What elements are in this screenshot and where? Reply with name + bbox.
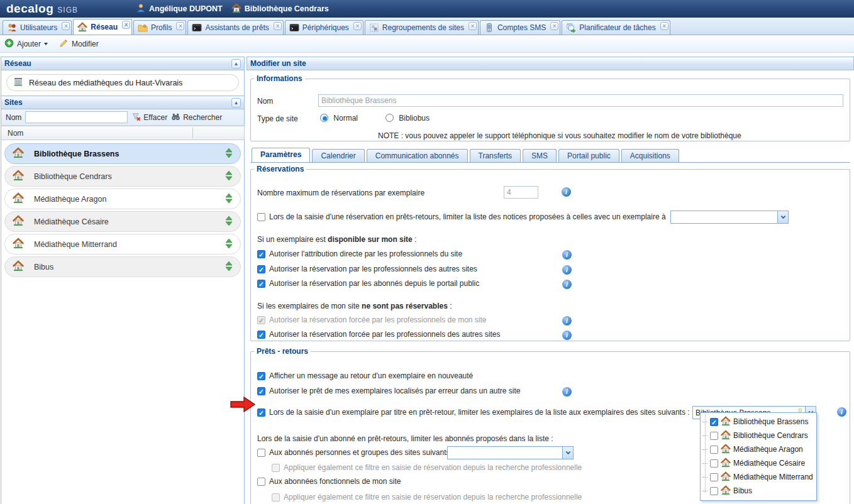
settings-tab-transferts[interactable]: Transferts bbox=[470, 149, 521, 162]
site-row-me-diathe-que-mitterrand[interactable]: Médiathèque Mitterrand bbox=[4, 234, 241, 255]
message-nouveaute-checkbox[interactable] bbox=[257, 372, 265, 380]
add-button[interactable]: Ajouter bbox=[4, 38, 48, 50]
site-row-label: Médiathèque Mitterrand bbox=[34, 240, 117, 249]
sites-dropdown-list: Bibliothèque BrassensBibliothèque Cendra… bbox=[700, 412, 817, 501]
tab-utilisateurs[interactable]: Utilisateurs× bbox=[3, 20, 72, 35]
radio-bibliobus-control[interactable] bbox=[385, 114, 394, 122]
max-reservations-field[interactable] bbox=[504, 186, 538, 199]
settings-tab-sms[interactable]: SMS bbox=[523, 149, 557, 162]
close-icon[interactable]: × bbox=[353, 22, 362, 30]
sort-arrows-icon[interactable] bbox=[225, 193, 233, 205]
group-icon bbox=[369, 23, 379, 33]
filtre-resa2-row: Appliquer également ce filtre en saisie … bbox=[272, 493, 582, 501]
tab-profils[interactable]: Profils× bbox=[133, 20, 186, 35]
site-row-bibus[interactable]: Bibus bbox=[4, 256, 241, 277]
tab-label: Réseau bbox=[91, 23, 118, 31]
caret-down-icon bbox=[44, 43, 48, 47]
dropdown-item-bibliothe-que-brassens[interactable]: Bibliothèque Brassens bbox=[701, 415, 816, 429]
site-row-bibliothe-que-brassens[interactable]: Bibliothèque Brassens bbox=[4, 143, 241, 164]
tab-assistants-de-pre-ts[interactable]: Assistants de prêts× bbox=[187, 20, 283, 35]
abonnes-sites-combo[interactable] bbox=[447, 446, 574, 459]
chevron-down-icon[interactable] bbox=[562, 447, 573, 459]
collapse-button[interactable] bbox=[231, 98, 241, 107]
dropdown-item-checkbox[interactable] bbox=[710, 473, 718, 481]
radio-bibliobus[interactable]: Bibliobus bbox=[385, 114, 430, 123]
dropdown-item-bibus[interactable]: Bibus bbox=[701, 484, 816, 498]
tab-planificateur-de-ta-ches[interactable]: Planificateur de tâches× bbox=[562, 20, 670, 35]
current-user[interactable]: Angélique DUPONT bbox=[136, 3, 223, 15]
tab-regroupements-de-sites[interactable]: Regroupements de sites× bbox=[365, 20, 479, 35]
tab-label: Planificateur de tâches bbox=[579, 23, 655, 32]
dropdown-item-checkbox[interactable] bbox=[710, 418, 718, 426]
home-icon bbox=[721, 471, 731, 483]
current-site[interactable]: Bibliothèque Cendrars bbox=[231, 3, 329, 15]
network-item[interactable]: Réseau des médiathèques du Haut-Vivarais bbox=[6, 74, 239, 91]
tab-pe-riphe-riques[interactable]: Périphériques× bbox=[285, 20, 363, 35]
resa-pros-checkbox[interactable] bbox=[257, 265, 265, 273]
collapse-button[interactable] bbox=[231, 59, 241, 68]
close-icon[interactable]: × bbox=[176, 22, 184, 30]
tab-re-seau[interactable]: Réseau× bbox=[73, 19, 132, 35]
dropdown-item-bibliothe-que-cendrars[interactable]: Bibliothèque Cendrars bbox=[701, 429, 816, 442]
chevron-down-icon[interactable] bbox=[777, 211, 788, 223]
settings-tab-acquisitions[interactable]: Acquisitions bbox=[621, 149, 679, 162]
dropdown-item-checkbox[interactable] bbox=[710, 432, 718, 440]
abonnes-fonctionnels-checkbox[interactable] bbox=[257, 478, 265, 486]
clear-filter-icon bbox=[131, 112, 141, 123]
dropdown-item-checkbox[interactable] bbox=[710, 446, 718, 454]
settings-tab-parame-tres[interactable]: Paramètres bbox=[252, 148, 310, 162]
sort-arrows-icon[interactable] bbox=[225, 148, 233, 160]
dropdown-item-me-diathe-que-mitterrand[interactable]: Médiathèque Mitterrand bbox=[701, 470, 816, 484]
close-icon[interactable]: × bbox=[274, 22, 282, 30]
close-icon[interactable]: × bbox=[62, 22, 70, 30]
info-icon[interactable] bbox=[562, 316, 572, 326]
clear-filter-button[interactable]: Effacer bbox=[131, 112, 167, 123]
sort-arrows-icon[interactable] bbox=[225, 216, 233, 228]
site-row-bibliothe-que-cendrars[interactable]: Bibliothèque Cendrars bbox=[4, 166, 241, 187]
info-icon[interactable] bbox=[562, 280, 572, 289]
info-icon[interactable] bbox=[562, 265, 572, 275]
limit-notices-checkbox[interactable] bbox=[257, 213, 265, 221]
close-icon[interactable]: × bbox=[660, 22, 668, 30]
close-icon[interactable]: × bbox=[550, 22, 558, 30]
resa-abonnes-checkbox[interactable] bbox=[257, 280, 265, 288]
site-name-field[interactable] bbox=[318, 94, 843, 107]
sort-arrows-icon[interactable] bbox=[225, 261, 233, 273]
filtre-resa-checkbox bbox=[272, 464, 280, 472]
dropdown-item-me-diathe-que-aragon[interactable]: Médiathèque Aragon bbox=[701, 442, 816, 456]
settings-tab-communication-abonne-s[interactable]: Communication abonnés bbox=[367, 149, 468, 162]
limit-sites-checkbox[interactable] bbox=[257, 408, 265, 417]
settings-tab-calendrier[interactable]: Calendrier bbox=[312, 149, 364, 162]
info-icon[interactable] bbox=[562, 187, 571, 197]
sort-arrows-icon[interactable] bbox=[225, 238, 233, 251]
radio-normal-control[interactable] bbox=[320, 114, 328, 122]
pret-erreur-checkbox[interactable] bbox=[257, 387, 265, 395]
site-row-me-diathe-que-aragon[interactable]: Médiathèque Aragon bbox=[4, 189, 241, 209]
dropdown-item-me-diathe-que-ce-saire[interactable]: Médiathèque Césaire bbox=[701, 456, 816, 470]
modify-button[interactable]: Modifier bbox=[59, 38, 99, 50]
site-row-me-diathe-que-ce-saire[interactable]: Médiathèque Césaire bbox=[4, 211, 241, 232]
close-icon[interactable]: × bbox=[122, 21, 130, 29]
search-button[interactable]: Rechercher bbox=[171, 112, 222, 123]
abonnes-groupes-checkbox[interactable] bbox=[257, 449, 265, 457]
info-icon[interactable] bbox=[562, 250, 572, 260]
sort-arrows-icon[interactable] bbox=[225, 170, 233, 183]
sites-grid-header[interactable]: Nom bbox=[1, 126, 245, 140]
informations-fieldset: Informations Nom Type de site Normal Bib… bbox=[250, 74, 850, 141]
resa-forcee-monsite-checkbox bbox=[257, 316, 265, 324]
exemplaire-type-combo[interactable] bbox=[670, 211, 789, 224]
radio-normal[interactable]: Normal bbox=[320, 114, 358, 123]
dropdown-item-checkbox[interactable] bbox=[710, 459, 718, 468]
info-icon[interactable] bbox=[562, 331, 572, 340]
info-icon[interactable] bbox=[562, 387, 572, 397]
home-icon bbox=[721, 444, 731, 456]
resa-forcee-autres-checkbox[interactable] bbox=[257, 331, 265, 339]
tab-comptes-sms[interactable]: Comptes SMS× bbox=[480, 20, 560, 35]
dropdown-item-checkbox[interactable] bbox=[710, 487, 718, 495]
settings-tab-portail-public[interactable]: Portail public bbox=[558, 149, 619, 162]
info-icon[interactable] bbox=[837, 407, 846, 417]
close-icon[interactable]: × bbox=[469, 22, 477, 30]
home-icon bbox=[231, 3, 241, 15]
attribution-directe-checkbox[interactable] bbox=[257, 250, 265, 258]
site-name-search-input[interactable] bbox=[25, 111, 128, 123]
